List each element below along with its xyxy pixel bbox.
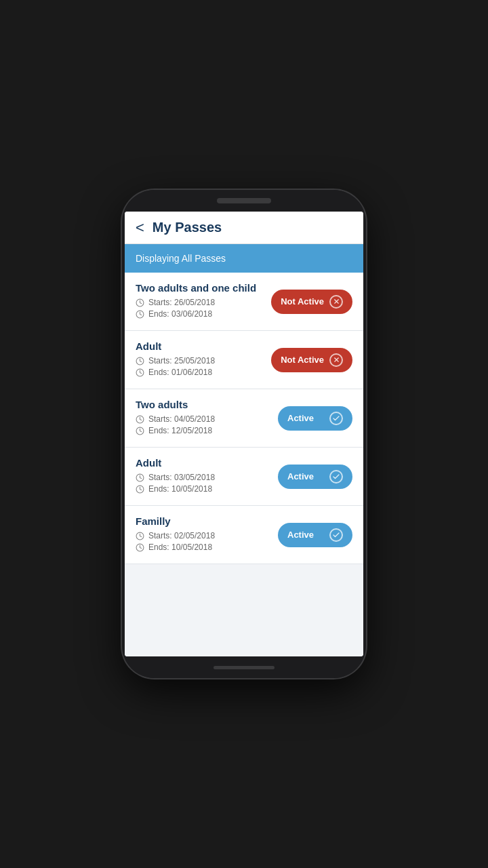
status-label: Not Active [281,355,324,365]
pass-name: Adult [136,340,271,352]
pass-starts: Starts: 03/05/2018 [136,473,278,482]
filter-bar: Displaying All Passes [125,244,363,273]
clock-icon [136,485,144,494]
phone-screen: < My Passes Displaying All Passes Two ad… [125,212,363,656]
pass-ends: Ends: 03/06/2018 [136,309,271,319]
pass-item-2: Adult Starts: 25/05/2018 Ends: 01/06/201… [125,331,363,389]
starts-label: Starts: 02/05/2018 [148,531,215,540]
status-label: Active [287,413,314,423]
pass-ends: Ends: 10/05/2018 [136,484,278,494]
badge-icon [329,528,343,542]
status-badge[interactable]: Not Active [271,290,352,314]
starts-label: Starts: 25/05/2018 [148,356,215,366]
home-bar-area [122,656,366,678]
status-label: Active [287,471,314,481]
status-badge[interactable]: Active [278,465,352,489]
starts-label: Starts: 04/05/2018 [148,414,215,424]
clock-icon [136,473,144,482]
clock-icon [136,415,144,424]
pass-ends: Ends: 10/05/2018 [136,542,278,552]
ends-label: Ends: 01/06/2018 [148,368,212,377]
badge-icon [329,412,343,425]
badge-icon [329,353,343,367]
page-title: My Passes [152,220,222,235]
status-label: Active [287,530,314,540]
badge-icon [329,295,343,309]
clock-icon [136,298,144,307]
clock-icon [136,427,144,435]
ends-label: Ends: 10/05/2018 [148,542,212,552]
ends-label: Ends: 03/06/2018 [148,309,212,319]
status-badge[interactable]: Active [278,523,352,547]
pass-info: Two adults Starts: 04/05/2018 Ends: 12/0… [136,399,278,437]
pass-item-3: Two adults Starts: 04/05/2018 Ends: 12/0… [125,389,363,448]
starts-label: Starts: 03/05/2018 [148,473,215,482]
phone-shell: < My Passes Displaying All Passes Two ad… [122,190,366,678]
status-badge[interactable]: Not Active [271,348,352,372]
pass-name: Two adults [136,399,278,410]
pass-ends: Ends: 01/06/2018 [136,368,271,377]
pass-info: Familly Starts: 02/05/2018 Ends: 10/05/2… [136,515,278,554]
starts-label: Starts: 26/05/2018 [148,298,215,307]
phone-speaker [217,198,271,203]
pass-item-5: Familly Starts: 02/05/2018 Ends: 10/05/2… [125,506,363,564]
pass-starts: Starts: 26/05/2018 [136,298,271,307]
pass-ends: Ends: 12/05/2018 [136,426,278,435]
clock-icon [136,532,144,540]
clock-icon [136,543,144,552]
clock-icon [136,368,144,377]
passes-list: Two adults and one child Starts: 26/05/2… [125,273,363,656]
status-badge[interactable]: Active [278,406,352,431]
pass-name: Familly [136,515,278,527]
pass-starts: Starts: 04/05/2018 [136,414,278,424]
pass-starts: Starts: 02/05/2018 [136,531,278,540]
pass-item-4: Adult Starts: 03/05/2018 Ends: 10/05/201… [125,448,363,506]
pass-starts: Starts: 25/05/2018 [136,356,271,366]
phone-notch [122,190,366,212]
pass-name: Adult [136,457,278,469]
ends-label: Ends: 10/05/2018 [148,484,212,494]
status-label: Not Active [281,296,324,307]
ends-label: Ends: 12/05/2018 [148,426,212,435]
clock-icon [136,310,144,319]
clock-icon [136,357,144,366]
app-header: < My Passes [125,212,363,244]
pass-info: Adult Starts: 25/05/2018 Ends: 01/06/201… [136,340,271,379]
pass-info: Two adults and one child Starts: 26/05/2… [136,282,271,321]
pass-info: Adult Starts: 03/05/2018 Ends: 10/05/201… [136,457,278,496]
back-button[interactable]: < [136,220,144,235]
pass-name: Two adults and one child [136,282,271,294]
badge-icon [329,470,343,484]
filter-label: Displaying All Passes [136,253,226,264]
home-bar [214,666,274,669]
pass-item-1: Two adults and one child Starts: 26/05/2… [125,273,363,331]
